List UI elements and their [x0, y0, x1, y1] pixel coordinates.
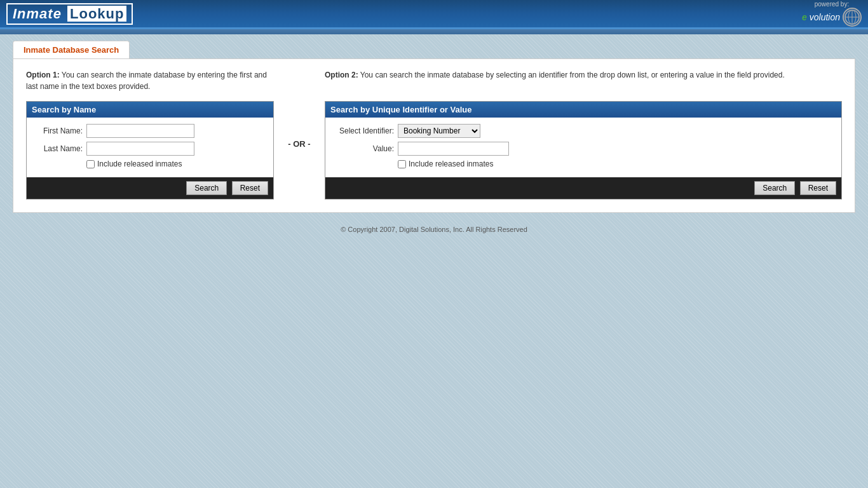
- or-separator: - OR -: [274, 101, 325, 149]
- first-name-input[interactable]: [86, 124, 194, 138]
- option2-desc-text: You can search the inmate database by se…: [360, 71, 785, 79]
- search-by-name-box: Search by Name First Name: Last Name:: [26, 101, 274, 200]
- select-identifier-label: Select Identifier:: [330, 126, 394, 135]
- option1-desc-text: You can search the inmate database by en…: [26, 71, 267, 91]
- include-released-label2: Include released inmates: [409, 159, 493, 168]
- search-button-2[interactable]: Search: [754, 181, 795, 195]
- include-released-row2: Include released inmates: [398, 159, 836, 168]
- include-released-checkbox1[interactable]: [86, 160, 95, 168]
- identifier-select[interactable]: Booking Number Inmate ID SSN: [398, 124, 480, 138]
- globe-icon: [843, 8, 862, 27]
- tab-container: Inmate Database Search: [13, 41, 855, 58]
- option2-description: Option 2: You can search the inmate data…: [325, 69, 842, 81]
- descriptions-row: Option 1: You can search the inmate data…: [26, 69, 842, 92]
- search-layout: Search by Name First Name: Last Name:: [26, 101, 842, 200]
- search-by-identifier-footer: Search Reset: [325, 177, 841, 199]
- logo-lookup: Lookup: [67, 6, 126, 22]
- main-panel: Option 1: You can search the inmate data…: [13, 58, 855, 213]
- last-name-input[interactable]: [86, 142, 194, 156]
- powered-by: powered by: evolution: [802, 1, 862, 27]
- evolution-e-letter: e: [802, 12, 807, 22]
- option1-area: Search by Name First Name: Last Name:: [26, 101, 274, 200]
- subheader-bar: [0, 29, 868, 34]
- select-identifier-row: Select Identifier: Booking Number Inmate…: [330, 124, 836, 138]
- include-released-label1: Include released inmates: [97, 159, 182, 168]
- value-input[interactable]: [398, 142, 509, 156]
- search-by-identifier-title: Search by Unique Identifier or Value: [330, 105, 472, 114]
- search-by-name-footer: Search Reset: [27, 177, 273, 199]
- search-by-name-body: First Name: Last Name: Include released …: [27, 118, 273, 177]
- last-name-label: Last Name:: [32, 144, 83, 153]
- reset-button-1[interactable]: Reset: [232, 181, 268, 195]
- option1-title: Option 1:: [26, 71, 60, 79]
- footer: © Copyright 2007, Digital Solutions, Inc…: [13, 213, 855, 246]
- main-content: Inmate Database Search Option 1: You can…: [0, 34, 868, 259]
- option2-title: Option 2:: [325, 71, 358, 79]
- search-by-identifier-body: Select Identifier: Booking Number Inmate…: [325, 118, 841, 177]
- header: Inmate Lookup powered by: evolution: [0, 0, 868, 29]
- evolution-logo: evolution: [802, 8, 862, 27]
- value-label: Value:: [330, 144, 394, 153]
- search-button-1[interactable]: Search: [186, 181, 227, 195]
- powered-by-text: powered by:: [815, 1, 849, 8]
- include-released-checkbox2[interactable]: [398, 160, 406, 168]
- search-by-identifier-box: Search by Unique Identifier or Value Sel…: [325, 101, 842, 200]
- evolution-rest: volution: [810, 12, 840, 22]
- tab-inmate-database-search[interactable]: Inmate Database Search: [13, 41, 130, 58]
- logo-inmate: Inmate: [13, 6, 62, 22]
- copyright-text: © Copyright 2007, Digital Solutions, Inc…: [341, 226, 527, 233]
- logo: Inmate Lookup: [6, 3, 133, 25]
- option2-area: Search by Unique Identifier or Value Sel…: [325, 101, 842, 200]
- last-name-row: Last Name:: [32, 142, 268, 156]
- first-name-row: First Name:: [32, 124, 268, 138]
- logo-area: Inmate Lookup: [6, 3, 133, 25]
- tab-label: Inmate Database Search: [24, 45, 119, 55]
- value-row: Value:: [330, 142, 836, 156]
- include-released-row1: Include released inmates: [86, 159, 268, 168]
- search-by-identifier-header: Search by Unique Identifier or Value: [325, 102, 841, 118]
- search-by-name-title: Search by Name: [32, 105, 96, 114]
- first-name-label: First Name:: [32, 126, 83, 135]
- reset-button-2[interactable]: Reset: [800, 181, 836, 195]
- search-by-name-header: Search by Name: [27, 102, 273, 118]
- or-text: - OR -: [288, 139, 310, 149]
- option1-description: Option 1: You can search the inmate data…: [26, 69, 274, 92]
